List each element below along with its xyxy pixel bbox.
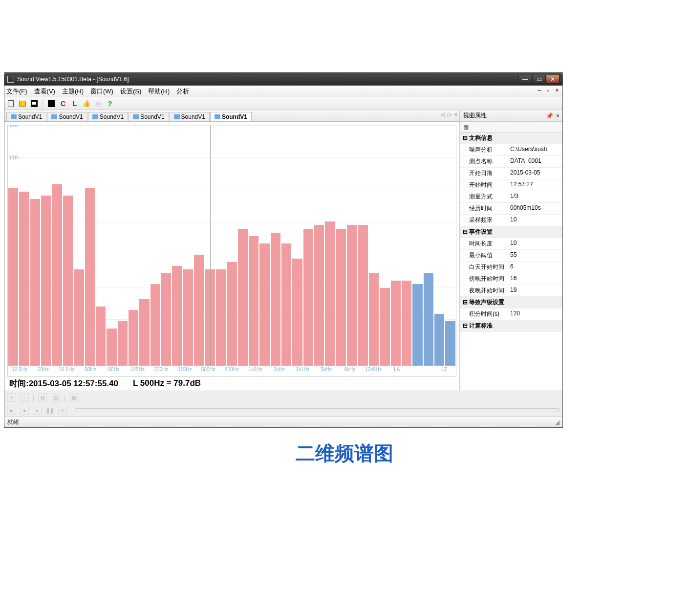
- new-icon[interactable]: [6, 99, 15, 108]
- status-bar: 就绪 ◢: [4, 417, 562, 427]
- bar: [52, 184, 62, 366]
- title-text: Sound View1.5.150301.Beta - [SoundV1:6]: [17, 76, 129, 83]
- zoom-in-icon[interactable]: +: [7, 393, 16, 402]
- tab-2[interactable]: SoundV1: [88, 112, 128, 121]
- menu-analyze[interactable]: 分析: [176, 87, 189, 96]
- menu-view[interactable]: 查看(V): [34, 87, 55, 96]
- thumb-icon[interactable]: 👍: [82, 99, 91, 108]
- spectrum-chart[interactable]: 6070809010011012012.5Hz20Hz31.5Hz50Hz80H…: [7, 125, 456, 377]
- stop-button[interactable]: ■: [20, 406, 29, 415]
- tool-c-icon[interactable]: ▦: [69, 393, 78, 402]
- x-tick: 12.5Hz: [8, 367, 31, 376]
- play-button[interactable]: ▶: [7, 406, 16, 415]
- tab-0[interactable]: SoundV1: [6, 112, 46, 121]
- tab-icon: [133, 114, 139, 119]
- x-tick: LZ: [432, 367, 456, 376]
- categorize-icon[interactable]: ▦: [463, 124, 469, 131]
- tab-label: SoundV1: [18, 113, 42, 120]
- panel-close-icon[interactable]: ×: [556, 112, 560, 119]
- tab-close-button[interactable]: ×: [454, 111, 457, 118]
- tool-a-icon[interactable]: ▤: [38, 393, 47, 402]
- bar: [380, 288, 389, 366]
- tab-icon: [215, 114, 220, 119]
- record-button[interactable]: ●: [33, 406, 42, 415]
- pin-icon[interactable]: 📌: [546, 112, 553, 119]
- tab-icon: [92, 114, 98, 119]
- bar: [358, 225, 368, 366]
- mdi-minimize-button[interactable]: –: [536, 87, 543, 94]
- tab-5[interactable]: SoundV1: [210, 112, 252, 121]
- page-caption: 二维频谱图: [0, 440, 689, 467]
- menu-theme[interactable]: 主题(H): [62, 87, 84, 96]
- titlebar[interactable]: Sound View1.5.150301.Beta - [SoundV1:6] …: [4, 73, 562, 86]
- bar: [259, 243, 269, 366]
- tabs-scroll-left-button[interactable]: ◁: [441, 111, 445, 118]
- tab-3[interactable]: SoundV1: [129, 112, 169, 121]
- x-axis: 12.5Hz20Hz31.5Hz50Hz80Hz125Hz200Hz315Hz5…: [8, 367, 456, 376]
- bar: [424, 273, 433, 366]
- chart-time-label: 时间:2015-03-05 12:57:55.40: [9, 378, 118, 389]
- help-icon[interactable]: ?: [106, 99, 114, 108]
- stop-icon[interactable]: [47, 99, 56, 108]
- bar: [402, 281, 411, 366]
- chart-footer: 时间:2015-03-05 12:57:55.40 L 500Hz = 79.7…: [7, 377, 456, 390]
- bar: [151, 284, 160, 366]
- x-tick: 12k5Hz: [362, 367, 385, 376]
- bar: [271, 233, 280, 366]
- menu-help[interactable]: 帮助(H): [148, 87, 170, 96]
- tab-icon: [174, 114, 180, 119]
- bar: [183, 269, 193, 366]
- bar: [194, 255, 204, 366]
- bar: [238, 229, 248, 366]
- seek-slider[interactable]: [75, 408, 559, 412]
- bar: [325, 221, 335, 366]
- c-button[interactable]: C: [59, 99, 67, 108]
- zoom-out-icon[interactable]: −: [20, 393, 29, 402]
- x-tick: 3k1Hz: [291, 367, 314, 376]
- menu-settings[interactable]: 设置(S): [120, 87, 141, 96]
- pause-button[interactable]: ❚❚: [45, 406, 54, 415]
- mdi-close-button[interactable]: ×: [554, 87, 560, 94]
- bar: [107, 329, 116, 366]
- property-grid[interactable]: ⊟文档信息 噪声分析C:\Users\xush 测点名称DATA_0001 开始…: [460, 132, 562, 391]
- menu-window[interactable]: 窗口(W): [90, 87, 113, 96]
- bar: [445, 321, 455, 366]
- minimize-button[interactable]: —: [518, 75, 532, 84]
- loop-button[interactable]: ↻: [58, 406, 67, 415]
- tab-label: SoundV1: [100, 113, 124, 120]
- document-tabs: SoundV1SoundV1SoundV1SoundV1SoundV1Sound…: [4, 110, 459, 122]
- menubar: 文件(F) 查看(V) 主题(H) 窗口(W) 设置(S) 帮助(H) 分析 –…: [4, 86, 562, 97]
- open-icon[interactable]: [18, 99, 27, 108]
- tab-label: SoundV1: [222, 113, 247, 120]
- chart-panel: SoundV1SoundV1SoundV1SoundV1SoundV1Sound…: [4, 110, 460, 391]
- tabs-scroll-right-button[interactable]: ▷: [448, 111, 452, 118]
- close-button[interactable]: ✕: [546, 75, 560, 84]
- cursor-line[interactable]: [210, 125, 211, 366]
- app-window: Sound View1.5.150301.Beta - [SoundV1:6] …: [4, 72, 563, 428]
- mdi-restore-button[interactable]: ▫: [545, 87, 552, 94]
- x-tick: 800Hz: [220, 367, 243, 376]
- l-button[interactable]: L: [70, 99, 79, 108]
- tab-4[interactable]: SoundV1: [170, 112, 210, 121]
- save-icon[interactable]: [30, 99, 39, 108]
- properties-toolbar: ▦: [460, 122, 562, 132]
- maximize-button[interactable]: ▭: [532, 75, 546, 84]
- status-text: 就绪: [7, 418, 19, 426]
- bar: [129, 310, 138, 366]
- target-icon[interactable]: ◎: [94, 99, 103, 108]
- properties-title[interactable]: 视图属性 📌×: [460, 110, 562, 122]
- bar: [96, 307, 106, 366]
- resize-grip[interactable]: ◢: [555, 419, 560, 426]
- bar: [227, 262, 237, 366]
- bar: [281, 243, 291, 366]
- tab-1[interactable]: SoundV1: [47, 112, 87, 121]
- tool-b-icon[interactable]: ▥: [51, 393, 60, 402]
- tab-label: SoundV1: [59, 113, 83, 120]
- media-toolbar-2: ▶ ■ ● ❚❚ ↻: [4, 404, 562, 417]
- tab-label: SoundV1: [140, 113, 164, 120]
- x-tick: [409, 367, 432, 376]
- x-tick: 20Hz: [31, 367, 55, 376]
- menu-file[interactable]: 文件(F): [6, 87, 27, 96]
- bar: [63, 196, 73, 366]
- x-tick: 1k2Hz: [244, 367, 267, 376]
